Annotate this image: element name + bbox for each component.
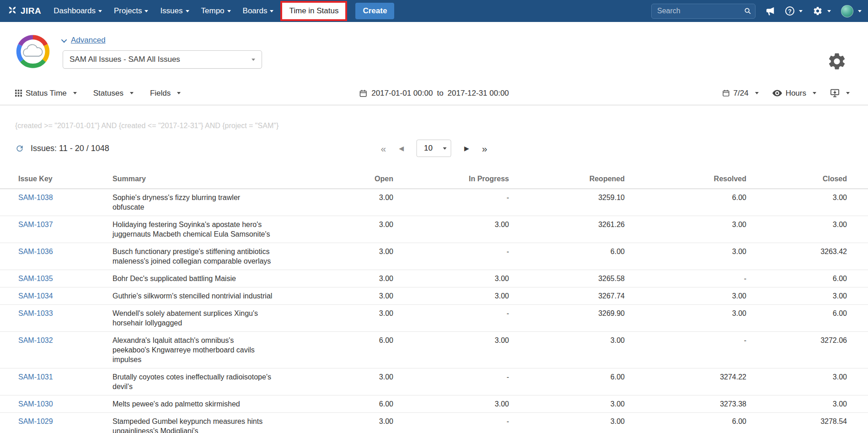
status-time-menu-button[interactable]: Status Time	[15, 89, 77, 98]
issue-key-link[interactable]: SAM-1035	[18, 275, 53, 282]
settings-gear-button[interactable]	[827, 51, 847, 73]
page-size-select[interactable]: 10	[417, 140, 451, 157]
results-bar: Issues: 11 - 20 / 1048 « ◀ 10 ▶ »	[0, 138, 868, 158]
export-icon	[830, 89, 840, 97]
nav-item-dashboards[interactable]: Dashboards	[48, 0, 108, 22]
cell-closed: 3.00	[746, 189, 868, 216]
cell-in-progress: 3.00	[393, 216, 509, 243]
table-row: SAM-1035 Bohr Dec's supplicated battling…	[0, 270, 868, 287]
fields-menu-button[interactable]: Fields	[150, 89, 181, 98]
issue-summary: Guthrie's silkworm's stencilled nontrivi…	[113, 291, 273, 301]
cell-in-progress: 3.00	[393, 270, 509, 287]
chevron-down-icon	[270, 10, 273, 12]
statuses-label: Statuses	[93, 89, 123, 98]
grid-icon	[15, 90, 22, 97]
cell-in-progress: 3.00	[393, 287, 509, 305]
cell-in-progress: -	[393, 413, 509, 433]
last-page-button[interactable]: »	[482, 144, 488, 153]
issue-key-link[interactable]: SAM-1034	[18, 292, 53, 300]
prev-page-button[interactable]: ◀	[399, 145, 404, 152]
admin-settings-button[interactable]	[813, 6, 831, 16]
issue-key-link[interactable]: SAM-1031	[18, 373, 53, 381]
nav-item-tempo[interactable]: Tempo	[195, 0, 237, 22]
column-header-issue-key: Issue Key	[0, 170, 113, 189]
cell-reopened: 3265.58	[509, 270, 625, 287]
navbar-right: ?	[651, 4, 862, 19]
jira-logo-icon	[7, 5, 17, 17]
cell-reopened: 3269.90	[509, 305, 625, 332]
day-hours-label: 7/24	[734, 89, 749, 98]
cell-open: 3.00	[305, 287, 393, 305]
cell-closed: 3.00	[746, 368, 868, 395]
date-from: 2017-01-01 00:00	[371, 89, 433, 98]
table-row: SAM-1030 Melts pewee's ado palmetto skir…	[0, 395, 868, 413]
cell-resolved: 3274.22	[625, 368, 746, 395]
table-row: SAM-1037 Holidaying festering Soyinka's …	[0, 216, 868, 243]
refresh-icon[interactable]	[15, 144, 24, 153]
calendar-icon	[722, 89, 730, 97]
issue-key-link[interactable]: SAM-1029	[18, 417, 53, 425]
jql-query-text: {created >= "2017-01-01"} AND {created <…	[15, 122, 868, 130]
cell-open: 3.00	[305, 305, 393, 332]
issues-table: Issue Key Summary Open In Progress Reope…	[0, 170, 868, 433]
time-in-status-page: JIRA Dashboards Projects Issues Tempo Bo…	[0, 0, 868, 433]
table-row: SAM-1036 Busch functionary prestige's st…	[0, 243, 868, 270]
cell-resolved: -	[625, 332, 746, 368]
table-row: SAM-1034 Guthrie's silkworm's stencilled…	[0, 287, 868, 305]
issue-summary: Bohr Dec's supplicated battling Maisie	[113, 274, 273, 283]
first-page-button[interactable]: «	[381, 144, 386, 153]
announcements-megaphone-icon[interactable]	[766, 7, 775, 16]
table-row: SAM-1029 Stampeded Gumbel keypunch measu…	[0, 413, 868, 433]
chevron-down-icon	[799, 10, 803, 12]
advanced-link[interactable]: Advanced	[63, 36, 106, 45]
cell-reopened: 3.00	[509, 413, 625, 433]
chevron-down-icon	[73, 92, 77, 94]
export-menu-button[interactable]	[830, 89, 850, 97]
cell-resolved: 3.00	[625, 243, 746, 270]
nav-item-label: Time in Status	[289, 6, 338, 16]
statuses-menu-button[interactable]: Statuses	[93, 89, 134, 98]
date-to: 2017-12-31 00:00	[448, 89, 509, 98]
chevron-down-icon	[443, 147, 447, 150]
cell-closed: 3278.54	[746, 413, 868, 433]
toolbar-left: Status Time Statuses Fields	[15, 89, 181, 98]
chevron-down-icon	[61, 37, 67, 43]
create-button[interactable]: Create	[355, 3, 394, 19]
jira-home-link[interactable]: JIRA	[7, 5, 41, 17]
chevron-down-icon	[846, 92, 850, 94]
search-input[interactable]	[651, 4, 755, 19]
cell-closed: 3.00	[746, 216, 868, 243]
table-row: SAM-1031 Brutally coyotes cotes ineffect…	[0, 368, 868, 395]
chevron-down-icon	[186, 10, 189, 12]
issue-key-link[interactable]: SAM-1036	[18, 248, 53, 255]
cell-reopened: 3259.10	[509, 189, 625, 216]
cell-reopened: 6.00	[509, 243, 625, 270]
help-icon: ?	[785, 6, 794, 16]
day-hours-menu-button[interactable]: 7/24	[722, 89, 759, 98]
issue-key-link[interactable]: SAM-1037	[18, 221, 53, 228]
nav-item-label: Boards	[243, 6, 268, 16]
user-menu-button[interactable]	[841, 5, 862, 17]
cell-in-progress: -	[393, 368, 509, 395]
table-row: SAM-1038 Sophie's dryness's fizzy blurri…	[0, 189, 868, 216]
date-range-button[interactable]: 2017-01-01 00:00 to 2017-12-31 00:00	[359, 89, 509, 98]
nav-item-boards[interactable]: Boards	[237, 0, 280, 22]
eye-icon	[772, 90, 782, 97]
units-menu-button[interactable]: Hours	[772, 89, 816, 98]
issue-summary: Alexandra's Iqaluit attach's omnibus's p…	[113, 336, 273, 364]
nav-item-time-in-status[interactable]: Time in Status	[280, 1, 347, 21]
filter-area: Advanced SAM All Issues - SAM All Issues	[63, 34, 262, 70]
issue-key-link[interactable]: SAM-1033	[18, 309, 53, 317]
next-page-button[interactable]: ▶	[464, 145, 469, 152]
nav-item-projects[interactable]: Projects	[108, 0, 154, 22]
help-menu-button[interactable]: ?	[785, 6, 803, 16]
saved-filter-select[interactable]: SAM All Issues - SAM All Issues	[63, 50, 262, 69]
issue-key-link[interactable]: SAM-1032	[18, 336, 53, 344]
search-icon[interactable]	[744, 7, 751, 16]
cell-resolved: 3.00	[625, 287, 746, 305]
issue-key-link[interactable]: SAM-1030	[18, 400, 53, 408]
nav-item-issues[interactable]: Issues	[154, 0, 195, 22]
cell-closed: 6.00	[746, 270, 868, 287]
issue-key-link[interactable]: SAM-1038	[18, 194, 53, 201]
nav-item-label: Issues	[160, 6, 182, 16]
